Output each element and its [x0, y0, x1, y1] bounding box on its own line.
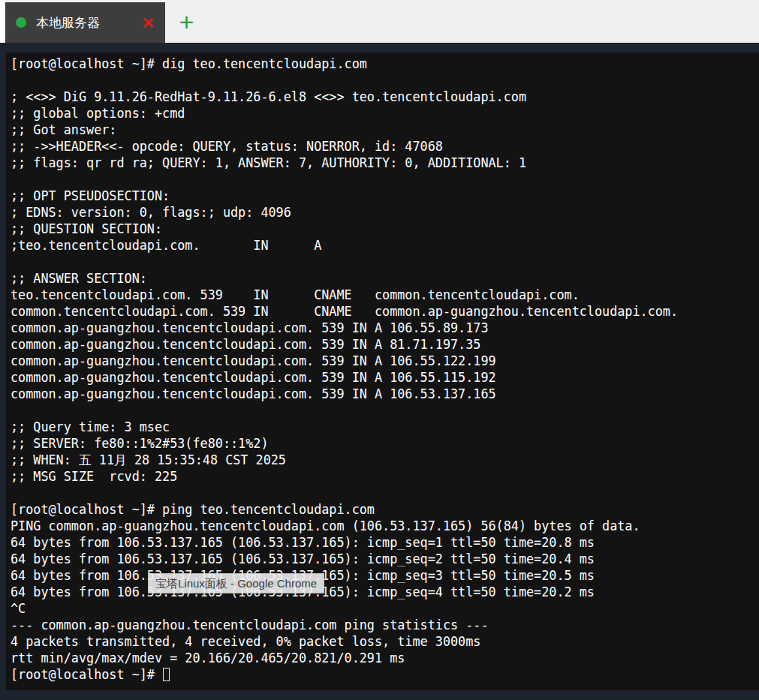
- terminal-line: common.ap-guangzhou.tencentcloudapi.com.…: [11, 353, 759, 369]
- terminal-line: 64 bytes from 106.53.137.165 (106.53.137…: [11, 534, 759, 551]
- terminal-line: --- common.ap-guangzhou.tencentcloudapi.…: [11, 617, 759, 633]
- terminal-line: [root@localhost ~]# ping teo.tencentclou…: [11, 501, 759, 518]
- terminal-line: rtt min/avg/max/mdev = 20.166/20.465/20.…: [11, 650, 759, 666]
- tab-label: 本地服务器: [36, 14, 141, 32]
- terminal-line: ;teo.tencentcloudapi.com. IN A: [11, 237, 759, 254]
- terminal-line: ; EDNS: version: 0, flags:; udp: 4096: [11, 204, 759, 221]
- terminal-line: teo.tencentcloudapi.com. 539 IN CNAME co…: [11, 287, 759, 303]
- terminal-line: common.ap-guangzhou.tencentcloudapi.com.…: [11, 336, 759, 353]
- terminal-line: ;; ->>HEADER<<- opcode: QUERY, status: N…: [11, 138, 759, 155]
- terminal-line: ;; OPT PSEUDOSECTION:: [11, 188, 759, 204]
- terminal-line: [root@localhost ~]# dig teo.tencentcloud…: [11, 56, 759, 72]
- terminal-screen[interactable]: [root@localhost ~]# dig teo.tencentcloud…: [6, 53, 759, 690]
- terminal-line: common.ap-guangzhou.tencentcloudapi.com.…: [11, 369, 759, 386]
- terminal-line: ;; Got answer:: [11, 122, 759, 138]
- terminal-line: [11, 254, 759, 270]
- new-tab-button[interactable]: +: [165, 0, 208, 43]
- terminal-line: 4 packets transmitted, 4 received, 0% pa…: [11, 633, 759, 650]
- prompt-text: [root@localhost ~]#: [11, 667, 162, 682]
- terminal-line: ;; QUESTION SECTION:: [11, 221, 759, 237]
- terminal-lines: [root@localhost ~]# dig teo.tencentcloud…: [11, 56, 759, 666]
- terminal-line: [11, 72, 759, 89]
- terminal-cursor: [163, 668, 170, 681]
- terminal-line: ;; flags: qr rd ra; QUERY: 1, ANSWER: 7,…: [11, 155, 759, 171]
- terminal-line: ;; SERVER: fe80::1%2#53(fe80::1%2): [11, 435, 759, 452]
- terminal-line: [11, 485, 759, 501]
- terminal-line: ;; ANSWER SECTION:: [11, 270, 759, 287]
- terminal-line: [11, 171, 759, 188]
- terminal-line: common.ap-guangzhou.tencentcloudapi.com.…: [11, 320, 759, 336]
- terminal-line: 64 bytes from 106.53.137.165 (106.53.137…: [11, 567, 759, 584]
- terminal-line: ^C: [11, 600, 759, 617]
- tab-local-server[interactable]: 本地服务器 ✕: [5, 2, 165, 43]
- terminal-line: ;; WHEN: 五 11月 28 15:35:48 CST 2025: [11, 452, 759, 468]
- terminal-line: ;; Query time: 3 msec: [11, 419, 759, 435]
- terminal-line: PING common.ap-guangzhou.tencentcloudapi…: [11, 518, 759, 534]
- terminal-line: 64 bytes from 106.53.137.165 (106.53.137…: [11, 551, 759, 567]
- close-icon[interactable]: ✕: [141, 15, 155, 31]
- terminal-line: ;; global options: +cmd: [11, 105, 759, 122]
- connection-status-dot-icon: [16, 17, 26, 28]
- terminal-line: [11, 402, 759, 419]
- terminal-line: 64 bytes from 106.53.137.165 (106.53.137…: [11, 584, 759, 600]
- plus-icon: +: [179, 9, 194, 35]
- terminal-prompt-line: [root@localhost ~]#: [11, 666, 759, 683]
- terminal-line: common.ap-guangzhou.tencentcloudapi.com.…: [11, 386, 759, 402]
- terminal-line: common.tencentcloudapi.com. 539 IN CNAME…: [11, 303, 759, 320]
- terminal-line: ; <<>> DiG 9.11.26-RedHat-9.11.26-6.el8 …: [11, 89, 759, 105]
- terminal-frame: [root@localhost ~]# dig teo.tencentcloud…: [0, 43, 759, 700]
- window-title-tooltip: 宝塔Linux面板 - Google Chrome: [148, 573, 324, 593]
- tab-bar: 本地服务器 ✕ +: [0, 0, 759, 43]
- terminal-line: ;; MSG SIZE rcvd: 225: [11, 468, 759, 485]
